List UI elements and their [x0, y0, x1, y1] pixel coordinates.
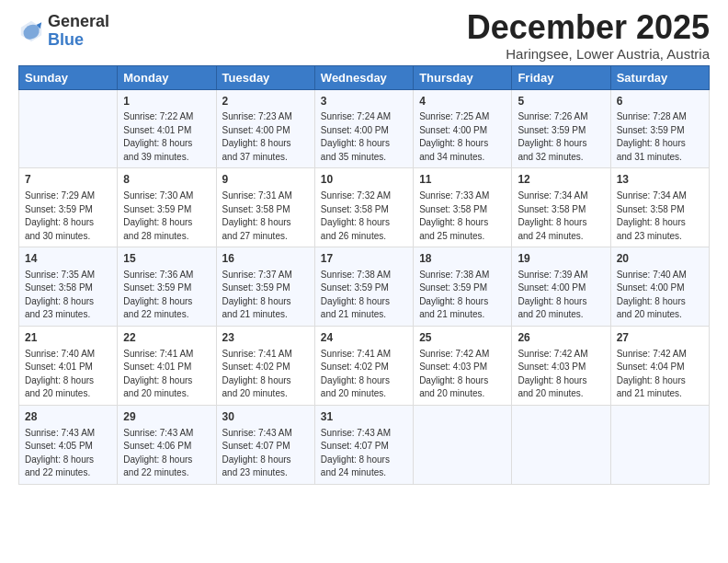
calendar-cell: 23Sunrise: 7:41 AM Sunset: 4:02 PM Dayli…: [216, 326, 314, 405]
day-number: 16: [222, 251, 309, 267]
calendar-cell: [610, 405, 709, 484]
calendar-cell: 18Sunrise: 7:38 AM Sunset: 3:59 PM Dayli…: [414, 247, 512, 327]
logo: General Blue: [18, 13, 109, 50]
cell-info: Sunrise: 7:33 AM Sunset: 3:58 PM Dayligh…: [419, 190, 506, 243]
cell-info: Sunrise: 7:42 AM Sunset: 4:03 PM Dayligh…: [419, 348, 506, 401]
cell-info: Sunrise: 7:37 AM Sunset: 3:59 PM Dayligh…: [222, 269, 309, 322]
cell-info: Sunrise: 7:41 AM Sunset: 4:02 PM Dayligh…: [222, 348, 309, 401]
weekday-header: Friday: [512, 65, 610, 89]
cell-info: Sunrise: 7:28 AM Sunset: 3:59 PM Dayligh…: [617, 110, 703, 164]
logo-general: General: [48, 13, 109, 31]
cell-info: Sunrise: 7:31 AM Sunset: 3:58 PM Dayligh…: [222, 190, 309, 243]
calendar-cell: 1Sunrise: 7:22 AM Sunset: 4:01 PM Daylig…: [118, 89, 216, 168]
cell-info: Sunrise: 7:22 AM Sunset: 4:01 PM Dayligh…: [123, 110, 210, 164]
cell-info: Sunrise: 7:43 AM Sunset: 4:05 PM Dayligh…: [25, 427, 111, 480]
day-number: 1: [123, 94, 210, 109]
cell-info: Sunrise: 7:43 AM Sunset: 4:07 PM Dayligh…: [222, 427, 309, 480]
weekday-header: Monday: [118, 65, 216, 89]
cell-info: Sunrise: 7:42 AM Sunset: 4:03 PM Dayligh…: [518, 348, 604, 401]
cell-info: Sunrise: 7:30 AM Sunset: 3:59 PM Dayligh…: [123, 190, 210, 243]
calendar-week: 7Sunrise: 7:29 AM Sunset: 3:59 PM Daylig…: [19, 168, 710, 247]
cell-info: Sunrise: 7:41 AM Sunset: 4:01 PM Dayligh…: [123, 348, 210, 401]
calendar-cell: 10Sunrise: 7:32 AM Sunset: 3:58 PM Dayli…: [314, 168, 413, 247]
calendar-week: 21Sunrise: 7:40 AM Sunset: 4:01 PM Dayli…: [19, 326, 710, 405]
calendar-cell: 15Sunrise: 7:36 AM Sunset: 3:59 PM Dayli…: [118, 247, 216, 327]
calendar-cell: 25Sunrise: 7:42 AM Sunset: 4:03 PM Dayli…: [414, 326, 512, 405]
calendar-cell: 21Sunrise: 7:40 AM Sunset: 4:01 PM Dayli…: [19, 326, 118, 405]
logo-blue: Blue: [48, 31, 109, 50]
calendar-cell: [512, 405, 610, 484]
day-number: 2: [222, 94, 309, 109]
cell-info: Sunrise: 7:26 AM Sunset: 3:59 PM Dayligh…: [518, 110, 604, 164]
weekday-header: Tuesday: [216, 65, 314, 89]
cell-info: Sunrise: 7:43 AM Sunset: 4:06 PM Dayligh…: [123, 427, 210, 480]
day-number: 27: [617, 330, 703, 346]
day-number: 9: [222, 172, 309, 188]
cell-info: Sunrise: 7:41 AM Sunset: 4:02 PM Dayligh…: [321, 348, 407, 401]
logo-text: General Blue: [48, 13, 109, 50]
calendar-cell: 29Sunrise: 7:43 AM Sunset: 4:06 PM Dayli…: [118, 405, 216, 484]
day-number: 22: [123, 330, 210, 346]
calendar-cell: 28Sunrise: 7:43 AM Sunset: 4:05 PM Dayli…: [19, 405, 118, 484]
day-number: 19: [518, 251, 604, 267]
cell-info: Sunrise: 7:24 AM Sunset: 4:00 PM Dayligh…: [321, 110, 407, 164]
calendar-week: 14Sunrise: 7:35 AM Sunset: 3:58 PM Dayli…: [19, 247, 710, 327]
day-number: 12: [518, 172, 604, 188]
main-container: General Blue December 2025 Haringsee, Lo…: [0, 0, 728, 494]
weekday-header: Sunday: [19, 65, 118, 89]
day-number: 20: [617, 251, 703, 267]
calendar-cell: 2Sunrise: 7:23 AM Sunset: 4:00 PM Daylig…: [216, 89, 314, 168]
cell-info: Sunrise: 7:23 AM Sunset: 4:00 PM Dayligh…: [222, 110, 309, 164]
cell-info: Sunrise: 7:38 AM Sunset: 3:59 PM Dayligh…: [419, 269, 506, 322]
calendar-cell: 16Sunrise: 7:37 AM Sunset: 3:59 PM Dayli…: [216, 247, 314, 327]
calendar-cell: 24Sunrise: 7:41 AM Sunset: 4:02 PM Dayli…: [314, 326, 413, 405]
day-number: 3: [321, 94, 407, 109]
location-title: Haringsee, Lower Austria, Austria: [467, 46, 710, 62]
calendar-cell: 4Sunrise: 7:25 AM Sunset: 4:00 PM Daylig…: [414, 89, 512, 168]
day-number: 8: [123, 172, 210, 188]
header: General Blue December 2025 Haringsee, Lo…: [18, 9, 710, 62]
day-number: 29: [123, 409, 210, 425]
calendar-cell: 6Sunrise: 7:28 AM Sunset: 3:59 PM Daylig…: [610, 89, 709, 168]
header-row: SundayMondayTuesdayWednesdayThursdayFrid…: [19, 65, 710, 89]
calendar-cell: 13Sunrise: 7:34 AM Sunset: 3:58 PM Dayli…: [610, 168, 709, 247]
calendar-cell: 22Sunrise: 7:41 AM Sunset: 4:01 PM Dayli…: [118, 326, 216, 405]
cell-info: Sunrise: 7:38 AM Sunset: 3:59 PM Dayligh…: [321, 269, 407, 322]
cell-info: Sunrise: 7:25 AM Sunset: 4:00 PM Dayligh…: [419, 110, 506, 164]
calendar-cell: 26Sunrise: 7:42 AM Sunset: 4:03 PM Dayli…: [512, 326, 610, 405]
cell-info: Sunrise: 7:34 AM Sunset: 3:58 PM Dayligh…: [518, 190, 604, 243]
day-number: 30: [222, 409, 309, 425]
calendar-cell: 8Sunrise: 7:30 AM Sunset: 3:59 PM Daylig…: [118, 168, 216, 247]
calendar-cell: 17Sunrise: 7:38 AM Sunset: 3:59 PM Dayli…: [314, 247, 413, 327]
calendar-cell: 20Sunrise: 7:40 AM Sunset: 4:00 PM Dayli…: [610, 247, 709, 327]
day-number: 23: [222, 330, 309, 346]
day-number: 5: [518, 94, 604, 109]
day-number: 4: [419, 94, 506, 109]
day-number: 18: [419, 251, 506, 267]
calendar-cell: 27Sunrise: 7:42 AM Sunset: 4:04 PM Dayli…: [610, 326, 709, 405]
calendar-cell: [19, 89, 118, 168]
day-number: 21: [25, 330, 111, 346]
cell-info: Sunrise: 7:42 AM Sunset: 4:04 PM Dayligh…: [617, 348, 703, 401]
calendar-cell: 30Sunrise: 7:43 AM Sunset: 4:07 PM Dayli…: [216, 405, 314, 484]
day-number: 7: [25, 172, 111, 188]
day-number: 26: [518, 330, 604, 346]
calendar-cell: [414, 405, 512, 484]
weekday-header: Saturday: [610, 65, 709, 89]
calendar-cell: 9Sunrise: 7:31 AM Sunset: 3:58 PM Daylig…: [216, 168, 314, 247]
day-number: 24: [321, 330, 407, 346]
day-number: 31: [321, 409, 407, 425]
cell-info: Sunrise: 7:34 AM Sunset: 3:58 PM Dayligh…: [617, 190, 703, 243]
day-number: 10: [321, 172, 407, 188]
day-number: 6: [617, 94, 703, 109]
weekday-header: Wednesday: [314, 65, 413, 89]
day-number: 25: [419, 330, 506, 346]
cell-info: Sunrise: 7:40 AM Sunset: 4:00 PM Dayligh…: [617, 269, 703, 322]
calendar-week: 28Sunrise: 7:43 AM Sunset: 4:05 PM Dayli…: [19, 405, 710, 484]
calendar-cell: 7Sunrise: 7:29 AM Sunset: 3:59 PM Daylig…: [19, 168, 118, 247]
cell-info: Sunrise: 7:35 AM Sunset: 3:58 PM Dayligh…: [25, 269, 111, 322]
cell-info: Sunrise: 7:36 AM Sunset: 3:59 PM Dayligh…: [123, 269, 210, 322]
calendar-cell: 11Sunrise: 7:33 AM Sunset: 3:58 PM Dayli…: [414, 168, 512, 247]
cell-info: Sunrise: 7:43 AM Sunset: 4:07 PM Dayligh…: [321, 427, 407, 480]
calendar-cell: 3Sunrise: 7:24 AM Sunset: 4:00 PM Daylig…: [314, 89, 413, 168]
